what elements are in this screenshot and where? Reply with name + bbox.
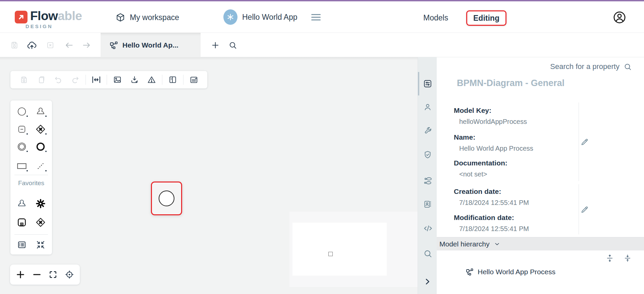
canvas-top-shadow xyxy=(0,57,418,60)
palette-list-view-icon[interactable] xyxy=(15,238,29,251)
toolbar-separator xyxy=(162,75,162,85)
start-event-shape[interactable] xyxy=(159,191,174,206)
close-model-icon[interactable] xyxy=(43,33,58,57)
app-menu-icon[interactable] xyxy=(311,14,321,20)
publish-cloud-upload-icon[interactable] xyxy=(24,33,39,57)
bpmn-diagram-icon xyxy=(109,41,118,50)
palette-user-task[interactable] xyxy=(34,105,47,118)
model-hierarchy-header[interactable]: Model hierarchy xyxy=(437,237,644,250)
palette-association-line[interactable] xyxy=(34,159,47,173)
toggle-side-panel-icon[interactable] xyxy=(166,73,179,86)
brand-name-able: able xyxy=(58,9,82,23)
properties-panel: Search for a property BPMN-Diagram - Gen… xyxy=(437,57,644,294)
tab-advanced-wrench-icon[interactable] xyxy=(423,126,432,135)
field-value: helloWorldAppProcess xyxy=(459,118,527,126)
brand-name: Flowable xyxy=(30,9,82,23)
nav-editing-highlighted[interactable]: Editing xyxy=(466,10,506,26)
favorite-user-task[interactable] xyxy=(15,197,29,210)
app-header: Flowable DESIGN My workspace Hello World… xyxy=(0,1,644,33)
canvas-overview-minimap[interactable] xyxy=(289,212,418,287)
save-diagram-icon[interactable] xyxy=(17,73,31,86)
minimap-page xyxy=(292,223,387,276)
palette-start-event[interactable] xyxy=(15,105,29,118)
properties-icon-strip xyxy=(418,57,437,294)
diagram-toolbar xyxy=(10,71,207,88)
palette-intermediate-event[interactable] xyxy=(15,140,29,153)
field-label: Model Key: xyxy=(454,106,527,115)
favorite-exclusive-gateway[interactable] xyxy=(34,216,47,229)
tutorial-highlight-ring xyxy=(151,181,182,215)
center-crosshair-icon[interactable] xyxy=(63,269,75,281)
field-value: Hello World App Process xyxy=(459,145,533,152)
fit-width-icon[interactable] xyxy=(90,73,103,86)
palette-collapsed-subprocess[interactable] xyxy=(15,123,29,136)
download-icon[interactable] xyxy=(128,73,141,86)
tab-search-icon[interactable] xyxy=(423,249,432,258)
hierarchy-item-process[interactable]: Hello World App Process xyxy=(466,268,555,276)
field-label: Documentation: xyxy=(454,159,507,167)
selected-tab-indicator xyxy=(418,72,419,95)
favorite-service-task-gear-icon[interactable] xyxy=(34,197,47,210)
property-search-icon xyxy=(624,63,632,71)
palette-separator xyxy=(14,234,48,235)
toolbar-separator xyxy=(86,75,86,85)
field-documentation: Documentation: <not set> xyxy=(454,159,507,178)
favorite-expanded-subprocess[interactable] xyxy=(15,216,29,229)
expand-all-icon[interactable] xyxy=(606,254,613,262)
tab-assignment-person-icon[interactable] xyxy=(423,103,432,112)
tab-hello-world-app[interactable]: Hello World Ap... xyxy=(101,33,201,57)
field-creation-date: Creation date: 7/18/2024 12:55:41 PM xyxy=(454,188,529,207)
paste-icon[interactable] xyxy=(34,73,48,86)
app-selector[interactable]: Hello World App xyxy=(223,9,298,25)
collapse-panel-chevron-icon[interactable] xyxy=(423,278,432,286)
nav-models[interactable]: Models xyxy=(423,13,448,22)
app-avatar xyxy=(223,9,237,25)
user-profile-icon[interactable] xyxy=(612,10,627,24)
toolbar-separator xyxy=(107,75,107,85)
edit-group-divider xyxy=(579,184,579,234)
shape-palette: Favorites xyxy=(10,100,52,254)
workspace-label: My workspace xyxy=(130,13,179,22)
palette-separator xyxy=(14,175,48,175)
new-tab-plus-icon[interactable] xyxy=(208,33,223,57)
search-models-icon[interactable] xyxy=(225,33,240,57)
edit-group-divider xyxy=(579,102,579,181)
fit-to-screen-icon[interactable] xyxy=(47,269,59,281)
edit-dates-pencil-icon[interactable] xyxy=(580,205,589,214)
field-name: Name: Hello World App Process xyxy=(454,133,533,152)
undo-icon[interactable] xyxy=(51,73,65,86)
brand-product-label: DESIGN xyxy=(25,23,53,29)
palette-pool-shape[interactable] xyxy=(15,159,29,173)
flowable-logo-icon xyxy=(15,11,28,23)
palette-collapse-icon[interactable] xyxy=(34,238,47,251)
panel-title: BPMN-Diagram - General xyxy=(457,78,565,88)
validation-warning-icon[interactable] xyxy=(145,73,158,86)
palette-exclusive-gateway[interactable] xyxy=(34,123,47,136)
collapse-all-icon[interactable] xyxy=(624,254,631,262)
zoom-in-icon[interactable] xyxy=(14,269,26,281)
favorites-label: Favorites xyxy=(10,179,52,187)
zoom-controls xyxy=(10,265,80,285)
tab-security-shield-icon[interactable] xyxy=(423,150,432,159)
navigate-forward-icon[interactable] xyxy=(79,33,94,57)
tab-general-properties-icon[interactable] xyxy=(423,79,432,88)
app-name: Hello World App xyxy=(242,13,298,22)
chevron-down-icon xyxy=(494,241,500,247)
tab-process-steps-icon[interactable] xyxy=(423,176,432,185)
property-search-label: Search for a property xyxy=(550,62,620,71)
forms-reference-icon[interactable] xyxy=(187,73,201,86)
edit-general-pencil-icon[interactable] xyxy=(580,138,589,147)
save-model-icon[interactable] xyxy=(7,33,22,57)
field-label: Modification date: xyxy=(454,214,529,222)
tab-code-editor-icon[interactable] xyxy=(423,224,432,232)
navigate-back-icon[interactable] xyxy=(62,33,76,57)
property-search[interactable]: Search for a property xyxy=(550,62,632,71)
workspace-selector[interactable]: My workspace xyxy=(116,13,179,22)
flowable-logo[interactable]: Flowable xyxy=(15,9,82,23)
palette-end-event[interactable] xyxy=(34,140,47,153)
export-image-icon[interactable] xyxy=(111,73,124,86)
redo-icon[interactable] xyxy=(68,73,82,86)
tab-identity-card-icon[interactable] xyxy=(423,200,432,209)
minimap-viewport-indicator[interactable] xyxy=(328,252,333,256)
zoom-out-icon[interactable] xyxy=(31,269,43,281)
